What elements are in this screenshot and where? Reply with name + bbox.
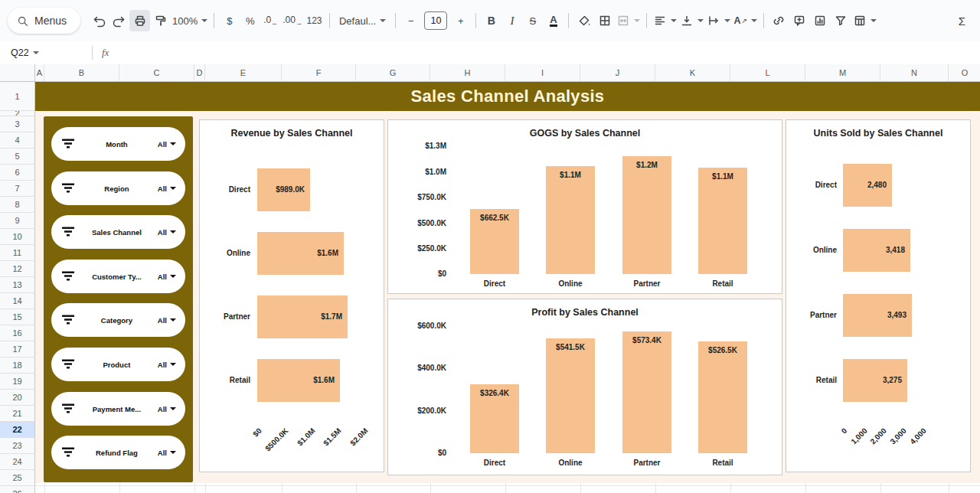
insert-chart-button[interactable] (810, 10, 831, 31)
fill-color-button[interactable] (573, 10, 594, 31)
column-header-O[interactable]: O (949, 64, 980, 82)
chart-title: Units Sold by Sales Channel (786, 128, 970, 139)
row-header-20[interactable]: 20 (0, 390, 35, 406)
formula-bar: Q22 fx (0, 41, 980, 65)
strikethrough-button[interactable]: S (522, 10, 543, 31)
print-button[interactable] (129, 10, 150, 31)
row-header-14[interactable]: 14 (0, 293, 35, 309)
font-size-input[interactable]: 10 (424, 11, 447, 30)
column-header-F[interactable]: F (282, 64, 356, 82)
merge-cells-button[interactable] (615, 10, 642, 31)
row-header-26[interactable]: 26 (0, 486, 35, 493)
column-header-N[interactable]: N (880, 64, 949, 82)
column-header-J[interactable]: J (580, 64, 655, 82)
column-header-H[interactable]: H (430, 64, 505, 82)
decrease-decimal-button[interactable]: .0← (260, 10, 281, 31)
font-select[interactable]: Defaul... (335, 10, 390, 31)
column-header-B[interactable]: B (44, 64, 119, 82)
row-header-4[interactable]: 4 (0, 132, 35, 149)
value-label: $1.2M (612, 161, 681, 169)
column-header-D[interactable]: D (194, 64, 205, 82)
select-all-corner[interactable] (0, 64, 35, 82)
row-header-9[interactable]: 9 (0, 213, 35, 229)
row-header-19[interactable]: 19 (0, 374, 35, 390)
chart-revenue[interactable]: Revenue by Sales ChannelDirect$989.0KOnl… (199, 119, 384, 472)
format-percent-button[interactable]: % (240, 10, 260, 31)
row-header-2[interactable]: 2 (0, 111, 35, 116)
chart-gogs[interactable]: GOGS by Sales Channel$0$250.0K$500.0K$75… (387, 119, 782, 294)
row-header-7[interactable]: 7 (0, 181, 35, 197)
undo-button[interactable] (88, 10, 109, 31)
column-header-G[interactable]: G (356, 64, 430, 82)
table-view-button[interactable] (851, 10, 878, 31)
column-header-E[interactable]: E (205, 64, 282, 82)
text-wrap-button[interactable] (705, 10, 732, 31)
row-header-18[interactable]: 18 (0, 358, 35, 374)
column-header-I[interactable]: I (505, 64, 580, 82)
row-header-23[interactable]: 23 (0, 438, 35, 454)
horizontal-align-button[interactable] (652, 10, 678, 31)
row-header-17[interactable]: 17 (0, 341, 35, 358)
more-formats-button[interactable]: 123 (304, 10, 325, 31)
row-header-6[interactable]: 6 (0, 165, 35, 181)
row-header-21[interactable]: 21 (0, 406, 35, 422)
row-header-13[interactable]: 13 (0, 277, 35, 293)
row-header-12[interactable]: 12 (0, 261, 35, 277)
column-header-L[interactable]: L (730, 64, 805, 82)
filter-product[interactable]: ProductAll (51, 348, 185, 381)
filter-month[interactable]: MonthAll (51, 127, 185, 161)
minus-icon: − (408, 15, 414, 27)
toolbar-divider (214, 13, 214, 28)
insert-link-button[interactable] (769, 10, 789, 31)
filter-refund-flag[interactable]: Refund FlagAll (51, 436, 185, 469)
increase-font-size-button[interactable]: + (450, 10, 471, 31)
filter-category[interactable]: CategoryAll (51, 303, 185, 337)
column-header-K[interactable]: K (655, 64, 730, 82)
chart-units[interactable]: Units Sold by Sales ChannelDirect2,480On… (786, 119, 971, 472)
create-filter-button[interactable] (831, 10, 851, 31)
italic-button[interactable]: I (501, 10, 522, 31)
increase-decimal-button[interactable]: .00→ (281, 10, 304, 31)
row-header-15[interactable]: 15 (0, 309, 35, 325)
bar (698, 168, 747, 274)
menus-label: Menus (34, 15, 67, 27)
text-color-button[interactable]: A (543, 10, 564, 31)
row-header-11[interactable]: 11 (0, 245, 35, 261)
filter-customer-ty[interactable]: Customer Ty...All (51, 260, 185, 293)
row-header-1[interactable]: 1 (0, 82, 35, 111)
chart-title: Revenue by Sales Channel (200, 128, 384, 139)
format-currency-button[interactable]: $ (219, 10, 240, 31)
row-header-25[interactable]: 25 (0, 470, 35, 486)
functions-button[interactable]: Σ (952, 10, 972, 31)
column-header-M[interactable]: M (805, 64, 880, 82)
filter-sales-channel[interactable]: Sales ChannelAll (51, 215, 185, 249)
row-header-22[interactable]: 22 (0, 422, 35, 438)
name-box[interactable]: Q22 (0, 47, 84, 58)
bold-button[interactable]: B (481, 10, 501, 31)
menus-search[interactable]: Menus (8, 8, 80, 34)
zoom-select[interactable]: 100% (171, 10, 209, 31)
vertical-align-button[interactable] (678, 10, 705, 31)
filter-lines-icon (60, 226, 76, 238)
paint-format-button[interactable] (150, 10, 171, 31)
column-header-C[interactable]: C (119, 64, 194, 82)
borders-button[interactable] (594, 10, 615, 31)
insert-comment-button[interactable] (789, 10, 810, 31)
row-header-16[interactable]: 16 (0, 325, 35, 341)
filter-lines-icon (60, 358, 76, 371)
chart-profit[interactable]: Profit by Sales Channel$0$200.0K$400.0K$… (387, 299, 782, 475)
category-label: Online (789, 246, 837, 254)
chevron-down-icon (634, 19, 640, 22)
text-rotation-button[interactable]: A↗ (732, 10, 759, 31)
row-header-10[interactable]: 10 (0, 229, 35, 245)
filter-payment-me[interactable]: Payment Me...All (51, 392, 185, 426)
row-header-3[interactable]: 3 (0, 116, 35, 132)
row-header-8[interactable]: 8 (0, 197, 35, 213)
filter-region[interactable]: RegionAll (51, 171, 185, 205)
row-header-5[interactable]: 5 (0, 149, 35, 165)
decrease-font-size-button[interactable]: − (400, 10, 421, 31)
column-header-A[interactable]: A (35, 64, 44, 82)
category-label: Direct (203, 185, 250, 194)
row-header-24[interactable]: 24 (0, 454, 35, 470)
redo-button[interactable] (109, 10, 129, 31)
